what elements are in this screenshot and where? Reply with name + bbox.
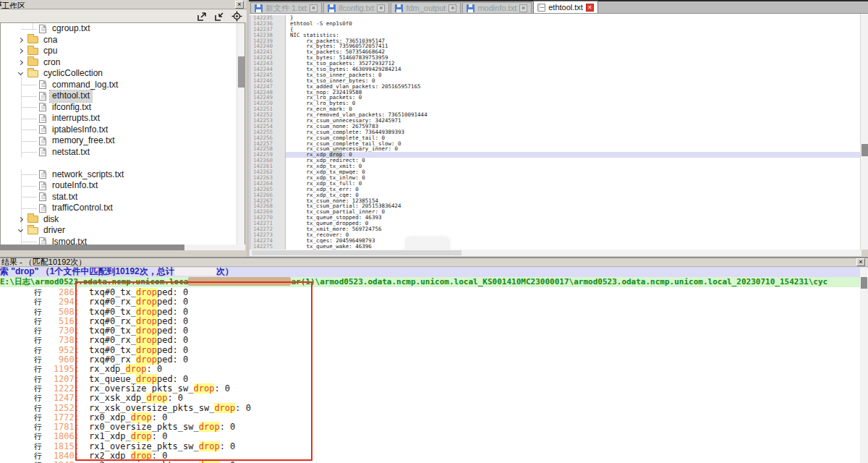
result-row[interactable]: 行960:rxq#0_rx_dropped: 0 xyxy=(0,355,859,365)
result-match-text: txq#0_tx_dropped: 0 xyxy=(80,307,188,317)
result-row[interactable]: 行1781:rx0_oversize_pkts_sw_drop: 0 xyxy=(0,422,859,432)
tree-item-disk[interactable]: disk xyxy=(1,214,244,226)
line-text[interactable]: rx_lro_bytes: 0 xyxy=(286,101,861,106)
tab-close-icon[interactable]: × xyxy=(586,4,594,12)
tree-item-command_log.txt[interactable]: command_log.txt xyxy=(1,80,244,91)
tree-item-memory_free.txt[interactable]: memory_free.txt xyxy=(1,135,244,147)
scrollbar-thumb[interactable] xyxy=(238,56,244,88)
tab-close-icon[interactable]: × xyxy=(519,4,527,12)
locate-file-icon[interactable] xyxy=(231,11,242,22)
result-row[interactable]: 行508:txq#0_tx_dropped: 0 xyxy=(0,307,859,317)
line-text[interactable]: tx_queue_wake: 46396 xyxy=(286,244,861,250)
line-text[interactable]: { xyxy=(286,27,861,33)
result-row[interactable]: 行286:txq#0_tx_dropped: 0 xyxy=(0,288,859,297)
tree-item-routeInfo.txt[interactable]: routeInfo.txt xyxy=(1,180,244,192)
result-row[interactable]: 行738:rxq#0_rx_dropped: 0 xyxy=(0,336,859,345)
result-row[interactable]: 行1222:rx_oversize_pkts_sw_drop: 0 xyxy=(0,384,859,394)
tree-item-driver[interactable]: driver xyxy=(1,225,244,237)
scrollbar-thumb[interactable] xyxy=(0,245,184,250)
tree-item-trafficControl.txt[interactable]: trafficControl.txt xyxy=(1,203,244,214)
chevron-right-icon[interactable] xyxy=(18,217,23,222)
tree-item-netstat.txt[interactable]: netstat.txt xyxy=(1,147,244,158)
line-text[interactable]: tx_added_vlan_packets: 205165957165 xyxy=(286,84,861,90)
result-line-number: 1252: xyxy=(42,404,80,413)
tab-modinfo.txt[interactable]: modinfo.txt× xyxy=(462,2,532,13)
file-icon xyxy=(39,80,46,89)
file-icon xyxy=(39,204,46,213)
tab-label: modinfo.txt xyxy=(477,4,516,12)
tab-close-icon[interactable]: × xyxy=(377,4,385,12)
collapse-all-icon[interactable] xyxy=(214,11,225,22)
scrollbar-thumb[interactable] xyxy=(861,144,868,156)
result-row[interactable]: 行1247:rx_xsk_xdp_drop: 0 xyxy=(0,394,859,403)
editor-line[interactable]: 142275 tx_queue_wake: 46396 xyxy=(250,244,861,250)
results-vertical-scrollbar[interactable] xyxy=(860,268,868,463)
line-text[interactable]: rx_lro_packets: 0 xyxy=(286,95,861,101)
tab-close-icon[interactable]: × xyxy=(310,4,318,12)
tree-item-stat.txt[interactable]: stat.txt xyxy=(1,192,244,203)
tab-新文件 1.txt[interactable]: 新文件 1.txt× xyxy=(250,2,322,13)
line-text[interactable]: } xyxy=(286,15,861,21)
result-row-label: 行 xyxy=(0,442,42,451)
editor-vertical-scrollbar[interactable] xyxy=(860,14,868,250)
scrollbar-thumb[interactable] xyxy=(861,277,867,289)
scrollbar-thumb[interactable] xyxy=(252,250,461,255)
tree-item-cyclicCollection[interactable]: cyclicCollection xyxy=(1,68,244,80)
result-row[interactable]: 行730:txq#0_tx_dropped: 0 xyxy=(0,326,859,336)
tab-ethtool.txt[interactable]: ethtool.txt× xyxy=(533,1,598,13)
result-file-path[interactable]: E:\日志\armod0523.odata.ncmp.unicom.locaar… xyxy=(0,277,868,287)
result-row[interactable]: 行1207:tx_queue_dropped: 0 xyxy=(0,375,859,384)
result-row[interactable]: 行1806:rx1_xdp_drop: 0 xyxy=(0,432,859,441)
tree-item-interrupts.txt[interactable]: interrupts.txt xyxy=(1,113,244,124)
chevron-right-icon[interactable] xyxy=(18,38,23,43)
tree-horizontal-scrollbar[interactable] xyxy=(0,245,245,250)
workspace-close-icon[interactable]: × xyxy=(235,1,244,9)
result-row[interactable]: 行1815:rx1_oversize_pkts_sw_drop: 0 xyxy=(0,442,859,451)
tab-fdm_output[interactable]: fdm_output× xyxy=(391,2,461,13)
tree-item-iptablesInfo.txt[interactable]: iptablesInfo.txt xyxy=(1,124,244,136)
tree-item-cron[interactable]: cron xyxy=(1,57,244,69)
editor-line[interactable]: 142236ethtool -S enp1s0f0 xyxy=(250,21,861,27)
tree-item-lsmod.txt[interactable]: lsmod.txt xyxy=(1,237,244,245)
result-row[interactable]: 行1772:rx0_xdp_drop: 0 xyxy=(0,413,859,422)
tab-ifconfig.txt[interactable]: ifconfig.txt× xyxy=(323,2,390,13)
chevron-right-icon[interactable] xyxy=(18,60,23,65)
line-text[interactable]: tx_xmit_more: 569724756 xyxy=(286,226,861,232)
results-close-icon[interactable]: × xyxy=(856,258,865,266)
line-text[interactable]: rx_xdp_redirect: 0 xyxy=(286,158,861,163)
tree-item-ifconfig.txt[interactable]: ifconfig.txt xyxy=(1,102,244,114)
expand-all-icon[interactable] xyxy=(197,11,208,22)
chevron-down-icon[interactable] xyxy=(18,227,23,232)
tree-item-ethtool.txt[interactable]: ethtool.txt xyxy=(1,90,244,102)
result-row[interactable]: 行516:rxq#0_rx_dropped: 0 xyxy=(0,317,859,326)
tree-item-cgroup.txt[interactable]: cgroup.txt xyxy=(1,23,244,35)
editor-horizontal-scrollbar[interactable] xyxy=(250,250,861,256)
editor-area[interactable]: 142235}142236ethtool -S enp1s0f0142237{1… xyxy=(250,14,861,250)
tree-item-cna[interactable]: cna xyxy=(1,35,244,46)
result-row[interactable]: 行1252:rx_xsk_oversize_pkts_sw_drop: 0 xyxy=(0,404,859,413)
editor-lines[interactable]: 142235}142236ethtool -S enp1s0f0142237{1… xyxy=(250,15,861,250)
result-row[interactable]: 行1195:rx_xdp_drop: 0 xyxy=(0,365,859,374)
tab-close-icon[interactable]: × xyxy=(448,4,456,12)
result-row[interactable]: 行1840:rx2_xdp_drop: 0 xyxy=(0,451,859,461)
chevron-down-icon[interactable] xyxy=(18,70,23,75)
line-text[interactable]: rx_xdp_tx_full: 0 xyxy=(286,181,861,187)
line-text[interactable]: tx_queue_stopped: 46393 xyxy=(286,215,861,221)
line-text[interactable]: rx_csum_unnecessary_inner: 0 xyxy=(286,146,861,152)
match-highlight: drop xyxy=(136,354,157,365)
line-text[interactable]: tx_cqes: 204596498793 xyxy=(286,238,861,244)
line-text[interactable]: rx_xdp_drop: 0 xyxy=(286,152,861,158)
line-text[interactable]: rx_xdp_tx_mpwqe: 0 xyxy=(286,169,861,175)
chevron-right-icon[interactable] xyxy=(18,48,23,54)
tree-item-network_scripts.txt[interactable]: network_scripts.txt xyxy=(1,169,244,181)
result-row[interactable]: 行294:rxq#0_rx_dropped: 0 xyxy=(0,297,859,307)
line-text[interactable]: rx_xdp_tx_xmit: 0 xyxy=(286,163,861,169)
line-text[interactable]: rx_xdp_tx_inlnw: 0 xyxy=(286,175,861,181)
result-row[interactable]: 行952:txq#0_tx_dropped: 0 xyxy=(0,346,859,355)
line-text[interactable]: rx_xdp_tx_err: 0 xyxy=(286,187,861,192)
line-text[interactable]: tx_nop: 232419588 xyxy=(286,90,861,95)
tree-item-cpu[interactable]: cpu xyxy=(1,46,244,57)
editor-line[interactable]: 142237{ xyxy=(250,27,861,33)
line-text[interactable]: ethtool -S enp1s0f0 xyxy=(286,21,861,27)
tree-vertical-scrollbar[interactable] xyxy=(237,23,244,245)
